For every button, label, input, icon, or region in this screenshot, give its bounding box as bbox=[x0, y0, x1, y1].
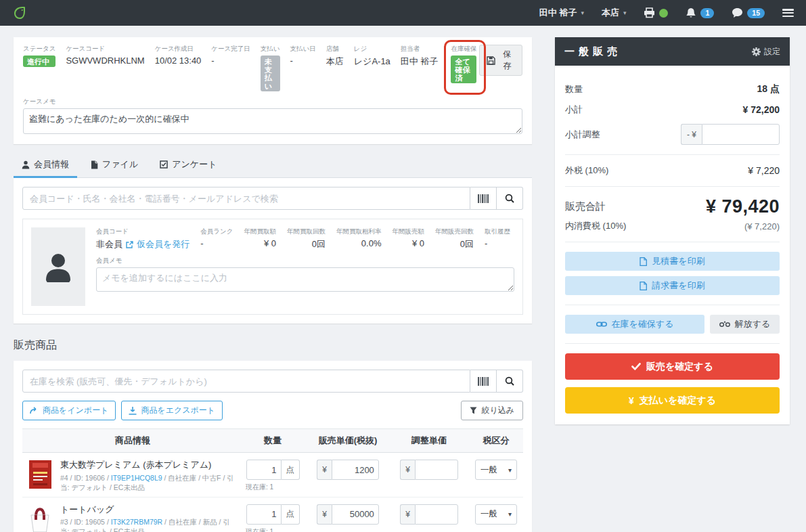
chat-icon bbox=[732, 7, 743, 18]
member-memo-textarea[interactable] bbox=[96, 267, 514, 292]
quantity-input[interactable] bbox=[246, 504, 282, 525]
printer-status[interactable] bbox=[644, 7, 668, 18]
current-stock-label: 現在庫: 1 bbox=[239, 483, 307, 492]
subtotal-adjust-input[interactable] bbox=[702, 124, 780, 145]
filter-button[interactable]: 絞り込み bbox=[461, 401, 523, 420]
member-stats: 会員コード 非会員 仮会員を発行 会員ランク - bbox=[96, 227, 514, 250]
item-code-link[interactable]: IT9EP1HCQ8L9 bbox=[111, 474, 162, 482]
tab-member-info[interactable]: 会員情報 bbox=[14, 154, 77, 178]
unit-price-input[interactable] bbox=[332, 460, 379, 480]
product-meta: #4 / ID: 19606 / IT9EP1HCQ8L9 / 自社在庫 / 中… bbox=[60, 474, 239, 493]
stock-search-group bbox=[22, 370, 523, 393]
summary-body: 数量 18 点 小計 ¥ 72,200 小計調整 - ¥ 外税 (10%) ¥ … bbox=[555, 66, 790, 424]
adjust-price-input[interactable] bbox=[415, 460, 458, 480]
field-stock-reserved: 在庫確保 全て確保済 bbox=[448, 45, 479, 91]
chevron-down-icon: ▾ bbox=[623, 9, 627, 16]
member-search-input[interactable] bbox=[22, 187, 470, 210]
payment-status-badge: 未支払い bbox=[261, 56, 280, 91]
summary-tax-value: ¥ 7,220 bbox=[748, 165, 780, 176]
item-code-link[interactable]: IT3K27RBM79R bbox=[111, 518, 162, 526]
tab-survey[interactable]: アンケート bbox=[152, 154, 225, 178]
barcode-icon bbox=[478, 377, 489, 386]
member-card: 会員コード 非会員 仮会員を発行 会員ランク - bbox=[22, 219, 523, 315]
gear-icon bbox=[752, 47, 761, 56]
issue-temp-member-link[interactable]: 仮会員を発行 bbox=[137, 238, 189, 250]
yen-icon: ¥ bbox=[629, 395, 634, 406]
pdf-file-icon bbox=[640, 282, 647, 290]
stat-rank: 会員ランク - bbox=[200, 227, 233, 250]
hamburger-menu-icon[interactable] bbox=[782, 9, 794, 17]
summary-tax-row: 外税 (10%) ¥ 7,220 bbox=[565, 164, 780, 177]
tax-category-select[interactable]: 一般▾ bbox=[475, 504, 517, 525]
stat-annual-sales: 年間販売額 ¥ 0 bbox=[392, 227, 424, 250]
summary-total-row: 販売合計 ¥ 79,420 bbox=[565, 196, 780, 217]
reserve-stock-button[interactable]: 在庫を確保する bbox=[565, 315, 704, 334]
field-created: ケース作成日 10/02 13:40 bbox=[155, 45, 202, 91]
search-icon bbox=[505, 376, 514, 386]
summary-quantity-row: 数量 18 点 bbox=[565, 83, 780, 95]
barcode-scan-button[interactable] bbox=[470, 370, 497, 393]
notification-badge: 1 bbox=[700, 8, 714, 18]
confirm-payment-button[interactable]: ¥ 支払いを確定する bbox=[565, 387, 780, 414]
product-row: トートバッグ #3 / ID: 19605 / IT3K27RBM79R / 自… bbox=[22, 497, 523, 532]
external-link-icon bbox=[126, 241, 133, 248]
products-toolbar: 商品をインポート 商品をエクスポート 絞り込み bbox=[22, 401, 523, 420]
main-content: ステータス 進行中 ケースコード SGWVWDRHKLNM ケース作成日 10/… bbox=[14, 37, 532, 532]
product-meta: #3 / ID: 19605 / IT3K27RBM79R / 自社在庫 / 新… bbox=[60, 518, 239, 532]
print-invoice-button[interactable]: 請求書を印刷 bbox=[565, 276, 780, 295]
yen-prefix: ¥ bbox=[400, 460, 415, 480]
messages[interactable]: 15 bbox=[732, 7, 765, 18]
divider bbox=[565, 154, 780, 155]
printer-online-dot bbox=[659, 9, 668, 18]
import-arrow-icon bbox=[30, 407, 39, 414]
brand-logo-leaf-icon[interactable] bbox=[12, 5, 27, 20]
field-payment-date: 支払い日 - bbox=[290, 45, 316, 91]
notifications[interactable]: 1 bbox=[686, 7, 714, 19]
case-memo-textarea[interactable]: 盗難にあった在庫のため一次的に確保中 bbox=[23, 108, 522, 134]
yen-prefix: ¥ bbox=[400, 504, 415, 525]
divider bbox=[565, 186, 780, 187]
settings-button[interactable]: 設定 bbox=[752, 46, 780, 58]
stock-search-button[interactable] bbox=[497, 370, 523, 393]
products-card: 商品をインポート 商品をエクスポート 絞り込み 商品情報 数量 販売単価(税抜)… bbox=[14, 361, 532, 532]
unit-price-input[interactable] bbox=[332, 504, 379, 525]
funnel-filter-icon bbox=[470, 407, 477, 414]
unit-suffix: 点 bbox=[282, 504, 300, 525]
import-products-button[interactable]: 商品をインポート bbox=[22, 401, 116, 420]
check-square-icon bbox=[160, 160, 168, 169]
summary-total-value: ¥ 79,420 bbox=[706, 196, 780, 217]
user-menu[interactable]: 田中 裕子 ▾ bbox=[539, 7, 584, 19]
release-stock-button[interactable]: 解放する bbox=[710, 315, 780, 334]
current-stock-label: 現在庫: 1 bbox=[239, 527, 307, 532]
quantity-input[interactable] bbox=[246, 460, 282, 480]
chevron-down-icon: ▾ bbox=[581, 9, 584, 16]
confirm-sale-button[interactable]: 販売を確定する bbox=[565, 353, 780, 380]
field-completed: ケース完了日 - bbox=[211, 45, 250, 91]
products-section-title: 販売商品 bbox=[14, 338, 532, 353]
store-menu[interactable]: 本店 ▾ bbox=[602, 7, 627, 19]
export-products-button[interactable]: 商品をエクスポート bbox=[121, 401, 223, 420]
save-button[interactable]: 保存 bbox=[479, 45, 522, 76]
member-search-group bbox=[22, 187, 523, 210]
adjust-price-input[interactable] bbox=[415, 504, 458, 525]
tab-files[interactable]: ファイル bbox=[83, 154, 146, 178]
member-info-panel: 会員コード 非会員 仮会員を発行 会員ランク - bbox=[14, 178, 532, 324]
tax-category-select[interactable]: 一般▾ bbox=[475, 460, 517, 480]
summary-inner-tax-value: (¥ 7,220) bbox=[744, 221, 780, 231]
stock-search-input[interactable] bbox=[22, 370, 470, 393]
stat-history: 取引履歴 - bbox=[485, 227, 510, 250]
summary-quantity-value: 18 点 bbox=[757, 83, 780, 95]
case-code-value: SGWVWDRHKLNM bbox=[66, 56, 144, 66]
summary-title: 一般販売 bbox=[564, 45, 621, 58]
status-badge: 進行中 bbox=[23, 56, 55, 67]
member-search-button[interactable] bbox=[497, 187, 523, 210]
summary-subtotal-value: ¥ 72,200 bbox=[743, 104, 780, 115]
store-name: 本店 bbox=[602, 7, 619, 19]
member-tabs: 会員情報 ファイル アンケート bbox=[14, 154, 532, 178]
print-quote-button[interactable]: 見積書を印刷 bbox=[565, 252, 780, 271]
chat-badge: 15 bbox=[747, 8, 765, 18]
search-icon bbox=[505, 194, 514, 203]
products-table-header: 商品情報 数量 販売単価(税抜) 調整単価 税区分 bbox=[22, 428, 523, 453]
barcode-scan-button[interactable] bbox=[470, 187, 497, 210]
file-icon bbox=[91, 160, 98, 169]
